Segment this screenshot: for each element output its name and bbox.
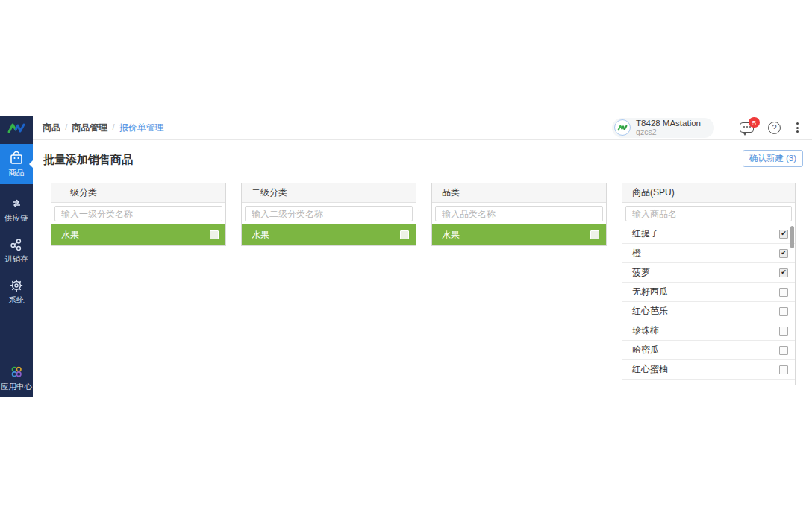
- breadcrumb-separator: /: [112, 122, 114, 133]
- spu-item-label: 珍珠柿: [632, 324, 779, 337]
- panel-category-level1: 一级分类 水果: [51, 183, 226, 246]
- spu-checkbox[interactable]: [779, 268, 788, 277]
- shopping-bag-icon: [9, 151, 24, 166]
- category1-selected-row[interactable]: 水果: [51, 224, 225, 245]
- row-checkbox[interactable]: [400, 230, 409, 239]
- brand-logo-icon[interactable]: [0, 116, 33, 141]
- category2-search-input[interactable]: [245, 206, 413, 221]
- spu-checkbox[interactable]: [779, 230, 788, 239]
- row-label: 水果: [61, 229, 210, 242]
- panel-spu: 商品(SPU) 红提子 橙 菠萝 无籽西瓜 红心芭乐 珍珠柿 哈密瓜: [622, 183, 796, 385]
- main-content: 批量添加销售商品 确认新建 (3) 一级分类 水果 二级分类 水果: [33, 140, 812, 397]
- category-type-selected-row[interactable]: 水果: [432, 224, 606, 245]
- spu-checkbox[interactable]: [779, 365, 788, 374]
- spu-item-label: 红提子: [632, 227, 779, 240]
- panel-title: 一级分类: [51, 183, 225, 203]
- sidebar-item-app-center[interactable]: 应用中心: [0, 362, 33, 394]
- category1-search-input[interactable]: [54, 206, 222, 221]
- help-icon[interactable]: ?: [768, 122, 781, 134]
- spu-row-partial: [622, 380, 795, 385]
- spu-row[interactable]: 橙: [622, 244, 795, 263]
- app-window: 商品 供应链: [0, 116, 812, 397]
- share-nodes-icon: [9, 237, 24, 252]
- sidebar-item-label: 供应链: [4, 213, 28, 224]
- category-type-search-input[interactable]: [435, 206, 603, 221]
- breadcrumb-item-current: 报价单管理: [119, 122, 164, 134]
- sidebar-item-system[interactable]: 系统: [0, 274, 33, 309]
- spu-search-input[interactable]: [625, 206, 792, 221]
- spu-checkbox[interactable]: [779, 307, 788, 316]
- active-notch: [29, 160, 33, 168]
- notifications-button[interactable]: 5: [740, 122, 754, 133]
- sidebar-item-label: 应用中心: [1, 382, 32, 392]
- panel-title: 品类: [432, 183, 606, 203]
- panel-title: 商品(SPU): [622, 183, 795, 203]
- spu-row[interactable]: 珍珠柿: [622, 321, 795, 341]
- spu-checkbox[interactable]: [779, 288, 788, 297]
- panel-category-level2: 二级分类 水果: [241, 183, 416, 246]
- spu-item-label: 哈密瓜: [632, 344, 779, 356]
- gear-icon: [9, 278, 24, 293]
- sidebar-item-label: 进销存: [4, 254, 28, 265]
- more-options-icon[interactable]: [795, 121, 800, 134]
- topbar: 商品 / 商品管理 / 报价单管理 T8428 MAstation qzcs2: [33, 116, 812, 140]
- category2-selected-row[interactable]: 水果: [242, 224, 416, 245]
- sidebar-item-supply-chain[interactable]: 供应链: [0, 192, 33, 227]
- breadcrumb: 商品 / 商品管理 / 报价单管理: [43, 122, 164, 134]
- breadcrumb-separator: /: [65, 122, 67, 133]
- spu-row[interactable]: 哈密瓜: [622, 341, 795, 360]
- apps-icon: [9, 365, 24, 380]
- breadcrumb-item[interactable]: 商品管理: [72, 122, 107, 134]
- page-title: 批量添加销售商品: [43, 153, 133, 167]
- spu-row[interactable]: 红心蜜柚: [622, 360, 795, 380]
- notification-badge: 5: [749, 117, 760, 128]
- spu-row[interactable]: 菠萝: [622, 263, 795, 283]
- user-subname: qzcs2: [636, 128, 701, 136]
- row-checkbox[interactable]: [210, 230, 219, 239]
- spu-row[interactable]: 无籽西瓜: [622, 283, 795, 302]
- user-name: T8428 MAstation: [636, 119, 701, 128]
- spu-row[interactable]: 红提子: [622, 224, 795, 244]
- sidebar-item-label: 系统: [9, 295, 25, 306]
- sidebar-item-products[interactable]: 商品: [0, 144, 33, 184]
- spu-row[interactable]: 红心芭乐: [622, 302, 795, 321]
- exchange-arrows-icon: [9, 196, 24, 211]
- panel-title: 二级分类: [242, 183, 416, 203]
- row-label: 水果: [252, 229, 400, 242]
- sidebar: 商品 供应链: [0, 116, 33, 397]
- spu-item-label: 菠萝: [632, 266, 779, 279]
- user-account-menu[interactable]: T8428 MAstation qzcs2: [612, 118, 714, 138]
- spu-item-label: 红心芭乐: [632, 305, 779, 318]
- spu-checkbox[interactable]: [779, 249, 788, 258]
- avatar: [614, 119, 631, 136]
- spu-item-label: 红心蜜柚: [632, 363, 779, 376]
- spu-item-label: 橙: [632, 247, 779, 259]
- sidebar-item-label: 商品: [9, 168, 25, 178]
- confirm-create-button[interactable]: 确认新建 (3): [743, 150, 803, 167]
- spu-checkbox[interactable]: [779, 346, 788, 355]
- panel-category-type: 品类 水果: [431, 183, 607, 246]
- row-label: 水果: [442, 229, 590, 242]
- breadcrumb-item[interactable]: 商品: [43, 122, 60, 134]
- spu-list: 红提子 橙 菠萝 无籽西瓜 红心芭乐 珍珠柿 哈密瓜 红心蜜柚: [622, 224, 795, 385]
- spu-checkbox[interactable]: [779, 327, 788, 336]
- sidebar-item-inventory[interactable]: 进销存: [0, 233, 33, 268]
- row-checkbox[interactable]: [590, 230, 599, 239]
- scrollbar-thumb[interactable]: [790, 226, 794, 248]
- spu-item-label: 无籽西瓜: [632, 286, 779, 298]
